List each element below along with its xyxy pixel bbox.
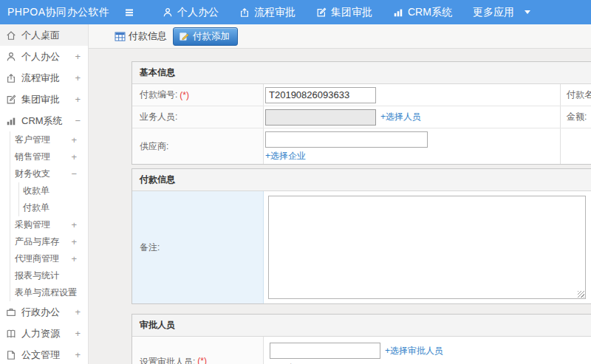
nav-crm-system[interactable]: CRM系统 xyxy=(383,0,462,24)
sidebar-item-receipt-order[interactable]: 收款单 xyxy=(19,182,88,199)
crm-submenu: 客户管理 + 销售管理 + 财务收支 − 收款单 付款单 采购管理 xyxy=(10,131,88,301)
flow-approval-icon xyxy=(239,7,250,18)
document-icon xyxy=(5,349,17,361)
tab-label: 付款信息 xyxy=(129,30,167,43)
briefcase-icon xyxy=(5,306,17,318)
edit-square-icon xyxy=(5,94,17,106)
section-basic-info: 基本信息 付款编号: (*) 付款名称: (*) xyxy=(131,61,591,165)
nav-group-approval[interactable]: 集团审批 xyxy=(306,0,383,24)
nav-more-apps[interactable]: 更多应用 xyxy=(462,0,541,24)
bar-chart-icon xyxy=(393,7,403,18)
section-title: 审批人员 xyxy=(132,315,591,337)
sidebar-item-crm-system[interactable]: CRM系统 − xyxy=(0,110,88,131)
select-enterprise-link[interactable]: +选择企业 xyxy=(265,150,306,162)
remark-textarea[interactable] xyxy=(268,196,586,299)
salesperson-input[interactable] xyxy=(265,109,376,126)
sidebar-item-payment-order[interactable]: 付款单 xyxy=(19,199,88,216)
edit-add-icon xyxy=(179,32,190,41)
payment-name-label: 付款名称: xyxy=(567,89,591,101)
field-row-set-approver: 设置审批人员: (*) +选择审批人员 提醒审批人员: 短消息提示 xyxy=(132,337,591,364)
payment-no-input[interactable] xyxy=(265,87,376,103)
required-mark: (*) xyxy=(180,90,189,100)
sidebar-item-purchase-mgmt[interactable]: 采购管理 + xyxy=(10,216,88,233)
table-icon xyxy=(115,32,126,41)
set-approver-label: 设置审批人员: xyxy=(140,356,195,364)
tab-label: 付款添加 xyxy=(193,30,230,43)
edit-square-icon xyxy=(316,7,327,18)
sidebar-item-finance-inout[interactable]: 财务收支 − xyxy=(10,165,88,182)
nav-label: 集团审批 xyxy=(331,6,372,19)
finance-submenu: 收款单 付款单 xyxy=(18,182,88,216)
person-icon xyxy=(5,51,17,63)
sidebar-item-customer-mgmt[interactable]: 客户管理 + xyxy=(10,131,88,148)
tab-payment-add[interactable]: 付款添加 xyxy=(173,27,238,46)
payment-add-form: 基本信息 付款编号: (*) 付款名称: (*) xyxy=(131,61,591,364)
amount-label: 金额: xyxy=(567,111,587,123)
sidebar-item-personal-office[interactable]: 个人办公 + xyxy=(0,46,88,67)
sidebar-item-admin-office[interactable]: 行政办公 + xyxy=(0,301,88,323)
section-title: 基本信息 xyxy=(132,62,591,84)
sidebar-item-group-approval[interactable]: 集团审批 + xyxy=(0,89,88,110)
sidebar-item-sales-mgmt[interactable]: 销售管理 + xyxy=(10,148,88,165)
section-approvers: 审批人员 设置审批人员: (*) +选择审批人员 提醒审批人员: xyxy=(131,314,591,364)
sidebar-item-document-mgmt[interactable]: 公文管理 + xyxy=(0,344,88,364)
select-person-link[interactable]: +选择人员 xyxy=(380,111,421,123)
flow-approval-icon xyxy=(5,72,17,84)
person-icon xyxy=(163,7,173,18)
tab-payment-info[interactable]: 付款信息 xyxy=(115,30,167,43)
nav-label: 流程审批 xyxy=(254,6,296,19)
sidebar-item-human-resources[interactable]: 人力资源 + xyxy=(0,323,88,344)
app-title: PHPOA协同办公软件 xyxy=(0,6,117,19)
section-title: 付款信息 xyxy=(132,169,591,191)
hamburger-icon[interactable] xyxy=(117,7,142,18)
top-nav-menu: 个人办公 流程审批 集团审批 CRM系统 更多应用 xyxy=(152,0,541,24)
section-payment-info: 付款信息 备注: xyxy=(131,168,591,304)
field-row-payment-no: 付款编号: (*) 付款名称: (*) xyxy=(132,84,591,106)
nav-flow-approval[interactable]: 流程审批 xyxy=(229,0,306,24)
remark-label: 备注: xyxy=(140,241,160,254)
sidebar: 个人桌面 个人办公 + 流程审批 + 集团审批 + CRM系统 − 客户管理 + xyxy=(0,24,89,364)
sidebar-item-product-inventory[interactable]: 产品与库存 + xyxy=(10,233,88,250)
bar-chart-icon xyxy=(5,115,17,127)
sidebar-item-flow-approval[interactable]: 流程审批 + xyxy=(0,67,88,89)
salesperson-label: 业务人员: xyxy=(140,111,177,123)
book-icon xyxy=(5,328,17,340)
top-navbar: PHPOA协同办公软件 个人办公 流程审批 集团审批 CRM系统 更多应用 xyxy=(0,0,591,24)
supplier-label: 供应商: xyxy=(140,140,168,153)
home-icon xyxy=(5,30,17,41)
sidebar-item-agent-mgmt[interactable]: 代理商管理 + xyxy=(10,250,88,267)
select-approver-link[interactable]: +选择审批人员 xyxy=(385,345,443,357)
resize-handle[interactable] xyxy=(578,291,584,298)
sidebar-item-personal-desktop[interactable]: 个人桌面 xyxy=(0,24,88,46)
sidebar-item-form-flow-settings[interactable]: 表单与流程设置 + xyxy=(10,284,88,301)
field-row-remark: 备注: xyxy=(132,191,591,303)
nav-label: CRM系统 xyxy=(408,6,452,19)
nav-label: 个人办公 xyxy=(177,6,219,19)
tab-bar: 付款信息 付款添加 xyxy=(89,24,591,49)
payment-no-label: 付款编号: xyxy=(140,89,177,101)
nav-label: 更多应用 xyxy=(473,6,514,19)
content-area: 付款信息 付款添加 基本信息 付款编号: (*) xyxy=(89,24,591,364)
approver-input[interactable] xyxy=(270,343,380,359)
sidebar-item-reports-stats[interactable]: 报表与统计 xyxy=(10,267,88,284)
nav-personal-office[interactable]: 个人办公 xyxy=(152,0,229,24)
caret-down-icon xyxy=(525,10,530,14)
field-row-supplier: 供应商: +选择企业 xyxy=(132,128,591,164)
field-row-salesperson: 业务人员: +选择人员 金额: xyxy=(132,106,591,128)
supplier-input[interactable] xyxy=(265,131,428,148)
required-mark: (*) xyxy=(197,356,207,364)
